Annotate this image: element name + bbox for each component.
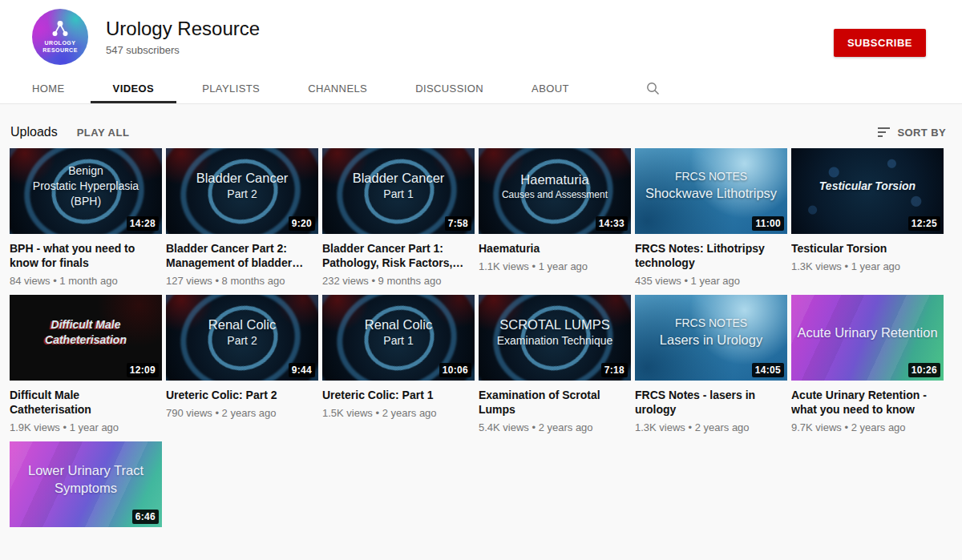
duration-badge: 6:46: [132, 510, 159, 524]
video-meta: 9.7K views • 2 years ago: [791, 421, 944, 433]
duration-badge: 14:33: [596, 216, 628, 231]
video-meta: 5.4K views • 2 years ago: [479, 421, 631, 433]
duration-badge: 10:06: [439, 363, 471, 377]
video-title[interactable]: Ureteric Colic: Part 1: [322, 388, 475, 402]
thumbnail-caption: SCROTAL LUMPSExamination Technique: [479, 316, 631, 349]
thumbnail-caption: FRCS NOTESShockwave Lithotripsy: [635, 170, 787, 203]
video-grid: BenignProstatic Hyperplasia(BPH) 14:28 B…: [0, 148, 962, 535]
video-thumbnail[interactable]: Renal ColicPart 2 9:44: [166, 295, 318, 381]
sort-lines-icon: [878, 127, 890, 137]
video-title[interactable]: Haematuria: [479, 241, 631, 256]
duration-badge: 12:09: [127, 363, 159, 377]
duration-badge: 7:58: [445, 216, 471, 231]
video-meta: 790 views • 2 years ago: [166, 407, 318, 419]
video-meta: 232 views • 9 months ago: [322, 275, 475, 287]
thumbnail-caption: Bladder CancerPart 2: [166, 170, 318, 203]
video-title[interactable]: Testicular Torsion: [791, 241, 944, 256]
video-card[interactable]: Lower Urinary Tract Symptoms 6:46: [10, 441, 162, 527]
thumbnail-caption: Renal ColicPart 1: [322, 316, 475, 349]
video-thumbnail[interactable]: HaematuriaCauses and Assessment 14:33: [479, 148, 631, 234]
duration-badge: 7:18: [601, 363, 628, 377]
video-card[interactable]: HaematuriaCauses and Assessment 14:33 Ha…: [479, 148, 631, 287]
video-thumbnail[interactable]: BenignProstatic Hyperplasia(BPH) 14:28: [10, 148, 162, 234]
video-thumbnail[interactable]: Difficult Male Catheterisation 12:09: [10, 295, 162, 381]
tab-playlists[interactable]: PLAYLISTS: [180, 73, 282, 103]
video-thumbnail[interactable]: Testicular Torsion 12:25: [791, 148, 944, 234]
uploads-bar: Uploads PLAY ALL SORT BY: [0, 125, 962, 139]
video-meta: 1.1K views • 1 year ago: [479, 260, 631, 272]
video-title[interactable]: Examination of Scrotal Lumps: [479, 388, 631, 417]
duration-badge: 11:00: [752, 216, 784, 231]
play-all-button[interactable]: PLAY ALL: [77, 127, 130, 139]
video-title[interactable]: FRCS Notes: Lithotripsy technology: [635, 241, 787, 270]
tab-discussion[interactable]: DISCUSSION: [393, 73, 506, 103]
duration-badge: 9:20: [289, 216, 315, 231]
video-thumbnail[interactable]: FRCS NOTESShockwave Lithotripsy 11:00: [635, 148, 787, 234]
video-title[interactable]: Bladder Cancer Part 2: Management of bla…: [166, 241, 318, 270]
video-thumbnail[interactable]: Lower Urinary Tract Symptoms 6:46: [10, 441, 162, 527]
video-thumbnail[interactable]: SCROTAL LUMPSExamination Technique 7:18: [479, 295, 631, 381]
video-card[interactable]: Renal ColicPart 2 9:44 Ureteric Colic: P…: [166, 295, 318, 433]
duration-badge: 10:26: [908, 363, 940, 377]
video-card[interactable]: SCROTAL LUMPSExamination Technique 7:18 …: [479, 295, 631, 433]
subscribe-button[interactable]: SUBSCRIBE: [834, 29, 926, 57]
tab-bar: HOMEVIDEOSPLAYLISTSCHANNELSDISCUSSIONABO…: [10, 73, 595, 103]
tab-videos[interactable]: VIDEOS: [91, 73, 177, 103]
uploads-title: Uploads: [10, 125, 58, 139]
video-meta: 127 views • 8 months ago: [166, 275, 318, 287]
video-thumbnail[interactable]: Bladder CancerPart 1 7:58: [322, 148, 475, 234]
channel-avatar[interactable]: UROLOGY RESOURCE: [32, 9, 88, 65]
video-card[interactable]: Difficult Male Catheterisation 12:09 Dif…: [10, 295, 162, 433]
video-card[interactable]: Bladder CancerPart 1 7:58 Bladder Cancer…: [322, 148, 475, 287]
channel-tab-strip: HOMEVIDEOSPLAYLISTSCHANNELSDISCUSSIONABO…: [0, 73, 962, 104]
video-title[interactable]: Bladder Cancer Part 1: Pathology, Risk F…: [322, 241, 475, 270]
search-icon[interactable]: [646, 82, 660, 95]
video-card[interactable]: BenignProstatic Hyperplasia(BPH) 14:28 B…: [10, 148, 162, 287]
channel-header: UROLOGY RESOURCE Urology Resource 547 su…: [0, 0, 962, 73]
thumbnail-caption: Testicular Torsion: [791, 179, 944, 194]
video-card[interactable]: Renal ColicPart 1 10:06 Ureteric Colic: …: [322, 295, 475, 433]
duration-badge: 12:25: [908, 216, 940, 231]
video-thumbnail[interactable]: FRCS NOTESLasers in Urology 14:05: [635, 295, 787, 381]
video-thumbnail[interactable]: Bladder CancerPart 2 9:20: [166, 148, 318, 234]
video-meta: 84 views • 1 month ago: [10, 275, 162, 287]
thumbnail-caption: Bladder CancerPart 1: [322, 170, 475, 203]
thumbnail-caption: Renal ColicPart 2: [166, 316, 318, 349]
video-meta: 1.3K views • 1 year ago: [791, 260, 944, 272]
thumbnail-caption: HaematuriaCauses and Assessment: [479, 171, 631, 201]
thumbnail-caption: Acute Urinary Retention: [791, 324, 944, 341]
tab-home[interactable]: HOME: [10, 73, 87, 103]
sort-by-button[interactable]: SORT BY: [878, 127, 946, 139]
channel-name: Urology Resource: [106, 18, 260, 40]
thumbnail-caption: BenignProstatic Hyperplasia(BPH): [10, 163, 162, 209]
avatar-label: UROLOGY RESOURCE: [42, 39, 78, 54]
video-meta: 1.5K views • 2 years ago: [322, 407, 475, 419]
video-title[interactable]: Ureteric Colic: Part 2: [166, 388, 318, 402]
video-card[interactable]: Testicular Torsion 12:25 Testicular Tors…: [791, 148, 944, 287]
video-thumbnail[interactable]: Renal ColicPart 1 10:06: [322, 295, 475, 381]
tab-about[interactable]: ABOUT: [509, 73, 592, 103]
video-title[interactable]: FRCS Notes - lasers in urology: [635, 388, 787, 417]
duration-badge: 9:44: [289, 363, 315, 377]
tab-channels[interactable]: CHANNELS: [285, 73, 390, 103]
thumbnail-caption: Difficult Male Catheterisation: [10, 317, 162, 348]
sort-by-label: SORT BY: [897, 127, 946, 139]
molecule-icon: [50, 20, 71, 38]
thumbnail-caption: Lower Urinary Tract Symptoms: [10, 461, 162, 498]
video-title[interactable]: Difficult Male Catheterisation: [10, 388, 162, 417]
video-meta: 1.3K views • 2 years ago: [635, 421, 787, 433]
video-title[interactable]: Acute Urinary Retention - what you need …: [791, 388, 944, 417]
video-card[interactable]: Acute Urinary Retention 10:26 Acute Urin…: [791, 295, 944, 433]
video-meta: 435 views • 1 year ago: [635, 275, 787, 287]
video-title[interactable]: BPH - what you need to know for finals: [10, 241, 162, 270]
thumbnail-caption: FRCS NOTESLasers in Urology: [635, 316, 787, 349]
duration-badge: 14:28: [127, 216, 159, 231]
video-meta: 1.9K views • 1 year ago: [10, 421, 162, 433]
video-card[interactable]: Bladder CancerPart 2 9:20 Bladder Cancer…: [166, 148, 318, 287]
video-thumbnail[interactable]: Acute Urinary Retention 10:26: [791, 295, 944, 381]
subscriber-count: 547 subscribers: [106, 44, 260, 56]
video-card[interactable]: FRCS NOTESLasers in Urology 14:05 FRCS N…: [635, 295, 787, 433]
duration-badge: 14:05: [752, 363, 784, 377]
video-card[interactable]: FRCS NOTESShockwave Lithotripsy 11:00 FR…: [635, 148, 787, 287]
